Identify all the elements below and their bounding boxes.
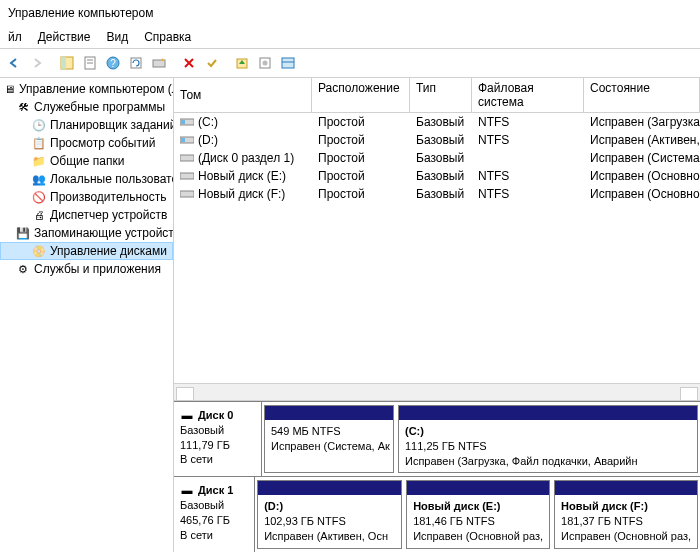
perf-icon: 🚫 — [32, 190, 46, 204]
svg-text:?: ? — [110, 58, 116, 69]
tree-shared[interactable]: 📁 Общие папки — [0, 152, 173, 170]
tree-label: Общие папки — [50, 154, 124, 168]
tree-services[interactable]: ⚙ Службы и приложения — [0, 260, 173, 278]
up-icon[interactable] — [232, 53, 252, 73]
menu-file[interactable]: йл — [8, 30, 22, 44]
vol-status: Исправен (Загрузка, Файл подкачки, — [584, 114, 700, 130]
menu-help[interactable]: Справка — [144, 30, 191, 44]
table-row[interactable]: Новый диск (E:)ПростойБазовыйNTFSИсправе… — [174, 167, 700, 185]
volume-table: Том Расположение Тип Файловая система Со… — [174, 78, 700, 203]
partition-status: Исправен (Система, Ак — [271, 439, 387, 454]
vol-status: Исправен (Основной раздел) — [584, 168, 700, 184]
partition-status: Исправен (Основной раз, — [413, 529, 543, 544]
disk-state: В сети — [180, 452, 255, 467]
tree-users[interactable]: 👥 Локальные пользовате — [0, 170, 173, 188]
drive-icon — [180, 117, 194, 127]
col-header-fs[interactable]: Файловая система — [472, 78, 584, 112]
computer-icon: 🖥 — [4, 82, 15, 96]
services-icon: ⚙ — [16, 262, 30, 276]
drive-icon — [180, 135, 194, 145]
partition-name: (D:) — [264, 499, 395, 514]
vol-fs — [472, 150, 584, 166]
col-header-type[interactable]: Тип — [410, 78, 472, 112]
tree-label: Локальные пользовате — [50, 172, 174, 186]
tree-label: Диспетчер устройств — [50, 208, 167, 222]
volume-table-header: Том Расположение Тип Файловая система Со… — [174, 78, 700, 113]
tree-label: Управление дисками — [50, 244, 167, 258]
vol-fs: NTFS — [472, 114, 584, 130]
partition-bar — [399, 406, 697, 420]
tree-scheduler[interactable]: 🕒 Планировщик заданий — [0, 116, 173, 134]
table-row[interactable]: Новый диск (F:)ПростойБазовыйNTFSИсправе… — [174, 185, 700, 203]
tree-label: Службы и приложения — [34, 262, 161, 276]
vol-name: (C:) — [198, 115, 218, 129]
partition-disk0-p2[interactable]: (C:) 111,25 ГБ NTFS Исправен (Загрузка, … — [398, 405, 698, 474]
empty-area — [174, 203, 700, 383]
svg-rect-15 — [181, 120, 185, 124]
users-icon: 👥 — [32, 172, 46, 186]
partition-status: Исправен (Загрузка, Файл подкачки, Авари… — [405, 454, 691, 469]
tree-events[interactable]: 📋 Просмотр событий — [0, 134, 173, 152]
properties-icon[interactable] — [80, 53, 100, 73]
tree-label: Просмотр событий — [50, 136, 155, 150]
tree-perf[interactable]: 🚫 Производительность — [0, 188, 173, 206]
disk-icon: 📀 — [32, 244, 46, 258]
partition-disk1-p2[interactable]: Новый диск (E:) 181,46 ГБ NTFS Исправен … — [406, 480, 550, 549]
delete-icon[interactable] — [179, 53, 199, 73]
disk-info-1[interactable]: ▬Диск 1 Базовый 465,76 ГБ В сети — [174, 477, 255, 552]
tree-storage[interactable]: 💾 Запоминающие устройств — [0, 224, 173, 242]
svg-point-11 — [263, 61, 268, 66]
table-row[interactable]: (Диск 0 раздел 1)ПростойБазовыйИсправен … — [174, 149, 700, 167]
hdd-icon: ▬ — [180, 484, 194, 498]
vol-name: Новый диск (E:) — [198, 169, 286, 183]
hdd-icon: ▬ — [180, 408, 194, 422]
tree-system-tools[interactable]: 🛠 Служебные программы — [0, 98, 173, 116]
settings-icon[interactable] — [255, 53, 275, 73]
vol-status: Исправен (Система, Активен, Основ — [584, 150, 700, 166]
refresh-icon[interactable] — [126, 53, 146, 73]
col-header-layout[interactable]: Расположение — [312, 78, 410, 112]
horizontal-scrollbar[interactable] — [174, 383, 700, 401]
col-header-volume[interactable]: Том — [174, 78, 312, 112]
menu-action[interactable]: Действие — [38, 30, 91, 44]
forward-icon[interactable] — [27, 53, 47, 73]
partition-name: Новый диск (E:) — [413, 499, 543, 514]
vol-status: Исправен (Основной раздел) — [584, 186, 700, 202]
table-row[interactable]: (D:)ПростойБазовыйNTFSИсправен (Активен,… — [174, 131, 700, 149]
check-icon[interactable] — [202, 53, 222, 73]
vol-fs: NTFS — [472, 132, 584, 148]
partition-name: Новый диск (F:) — [561, 499, 691, 514]
table-row[interactable]: (C:)ПростойБазовыйNTFSИсправен (Загрузка… — [174, 113, 700, 131]
disk-type: Базовый — [180, 498, 248, 513]
window-title: Управление компьютером — [0, 0, 700, 26]
disk-row-1: ▬Диск 1 Базовый 465,76 ГБ В сети (D:) 10… — [174, 476, 700, 552]
tree-root[interactable]: 🖥 Управление компьютером (лс — [0, 80, 173, 98]
show-hide-icon[interactable] — [57, 53, 77, 73]
vol-layout: Простой — [312, 132, 410, 148]
vol-layout: Простой — [312, 168, 410, 184]
partition-disk1-p3[interactable]: Новый диск (F:) 181,37 ГБ NTFS Исправен … — [554, 480, 698, 549]
tree-diskmgmt[interactable]: 📀 Управление дисками — [0, 242, 173, 260]
tree-label: Служебные программы — [34, 100, 165, 114]
menu-view[interactable]: Вид — [106, 30, 128, 44]
partition-disk0-p1[interactable]: 549 МБ NTFS Исправен (Система, Ак — [264, 405, 394, 474]
vol-layout: Простой — [312, 150, 410, 166]
back-icon[interactable] — [4, 53, 24, 73]
storage-icon: 💾 — [16, 226, 30, 240]
menu-bar: йл Действие Вид Справка — [0, 26, 700, 49]
tree-devmgr[interactable]: 🖨 Диспетчер устройств — [0, 206, 173, 224]
disk-info-0[interactable]: ▬Диск 0 Базовый 111,79 ГБ В сети — [174, 402, 262, 477]
vol-layout: Простой — [312, 114, 410, 130]
tree-label: Планировщик заданий — [50, 118, 174, 132]
partition-name: (C:) — [405, 424, 691, 439]
help-icon[interactable]: ? — [103, 53, 123, 73]
vol-name: (D:) — [198, 133, 218, 147]
col-header-status[interactable]: Состояние — [584, 78, 700, 112]
list-icon[interactable] — [278, 53, 298, 73]
partition-bar — [265, 406, 393, 420]
svg-rect-20 — [180, 191, 194, 197]
clock-icon: 🕒 — [32, 118, 46, 132]
action-icon[interactable] — [149, 53, 169, 73]
partition-disk1-p1[interactable]: (D:) 102,93 ГБ NTFS Исправен (Активен, О… — [257, 480, 402, 549]
svg-rect-1 — [61, 57, 66, 69]
